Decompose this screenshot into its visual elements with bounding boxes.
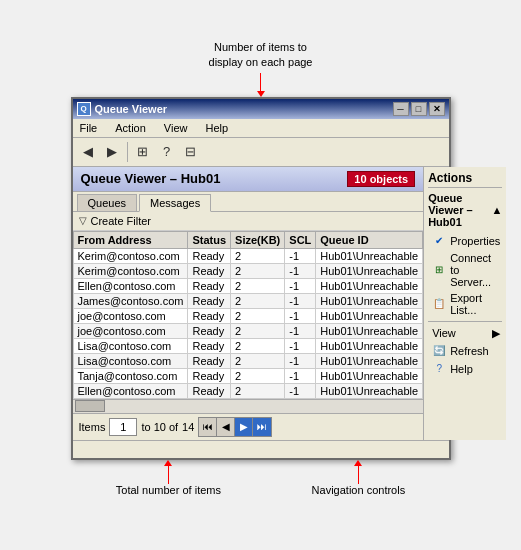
export-icon: 📋 bbox=[432, 297, 446, 311]
cell-2-2: 2 bbox=[231, 278, 285, 293]
page-input[interactable] bbox=[109, 418, 137, 436]
statusbar bbox=[73, 440, 449, 458]
action-help[interactable]: ? Help bbox=[428, 360, 502, 378]
close-button[interactable]: ✕ bbox=[429, 102, 445, 116]
titlebar-controls[interactable]: ─ □ ✕ bbox=[393, 102, 445, 116]
filter-label[interactable]: Create Filter bbox=[91, 215, 152, 227]
col-queue[interactable]: Queue ID bbox=[316, 231, 423, 248]
table-row[interactable]: Tanja@contoso.comReady2-1Hub01\Unreachab… bbox=[73, 368, 423, 383]
cell-5-1: Ready bbox=[188, 323, 231, 338]
section-arrow-icon: ▲ bbox=[491, 204, 502, 216]
table-row[interactable]: Ellen@contoso.comReady2-1Hub01\Unreachab… bbox=[73, 383, 423, 398]
toolbar-grid[interactable]: ⊞ bbox=[132, 141, 154, 163]
cell-1-4: Hub01\Unreachable bbox=[316, 263, 423, 278]
action-refresh[interactable]: 🔄 Refresh bbox=[428, 342, 502, 360]
cell-5-4: Hub01\Unreachable bbox=[316, 323, 423, 338]
toolbar-sep1 bbox=[127, 142, 128, 162]
cell-8-0: Tanja@contoso.com bbox=[73, 368, 188, 383]
menu-file[interactable]: File bbox=[77, 121, 101, 135]
cell-1-3: -1 bbox=[285, 263, 316, 278]
cell-7-0: Lisa@contoso.com bbox=[73, 353, 188, 368]
table-row[interactable]: Kerim@contoso.comReady2-1Hub01\Unreachab… bbox=[73, 263, 423, 278]
action-export[interactable]: 📋 Export List... bbox=[428, 290, 502, 318]
cell-2-3: -1 bbox=[285, 278, 316, 293]
table-row[interactable]: Lisa@contoso.comReady2-1Hub01\Unreachabl… bbox=[73, 338, 423, 353]
col-status[interactable]: Status bbox=[188, 231, 231, 248]
col-scl[interactable]: SCL bbox=[285, 231, 316, 248]
cell-4-4: Hub01\Unreachable bbox=[316, 308, 423, 323]
nav-last[interactable]: ⏭ bbox=[253, 418, 271, 436]
nav-next[interactable]: ▶ bbox=[235, 418, 253, 436]
arrow-line-top bbox=[260, 73, 261, 91]
toolbar: ◀ ▶ ⊞ ? ⊟ bbox=[73, 138, 449, 167]
window-title: Queue Viewer bbox=[95, 103, 168, 115]
properties-icon: ✔ bbox=[432, 234, 446, 248]
bottom-label-right: Navigation controls bbox=[312, 484, 406, 496]
table-row[interactable]: James@contoso.comReady2-1Hub01\Unreachab… bbox=[73, 293, 423, 308]
page-wrapper: Number of items to display on each page … bbox=[71, 40, 451, 496]
cell-6-0: Lisa@contoso.com bbox=[73, 338, 188, 353]
nav-prev[interactable]: ◀ bbox=[217, 418, 235, 436]
items-label: Items bbox=[79, 421, 106, 433]
actions-title: Actions bbox=[428, 171, 502, 188]
cell-0-4: Hub01\Unreachable bbox=[316, 248, 423, 263]
scrollbar-thumb[interactable] bbox=[75, 400, 105, 412]
table-row[interactable]: Ellen@contoso.comReady2-1Hub01\Unreachab… bbox=[73, 278, 423, 293]
toolbar-minus[interactable]: ⊟ bbox=[180, 141, 202, 163]
pagination: Items to 10 of 14 ⏮ ◀ ▶ ⏭ bbox=[73, 413, 424, 440]
toolbar-back[interactable]: ◀ bbox=[77, 141, 99, 163]
table-row[interactable]: joe@contoso.comReady2-1Hub01\Unreachable bbox=[73, 323, 423, 338]
cell-2-1: Ready bbox=[188, 278, 231, 293]
bottom-arrow-left: Total number of items bbox=[116, 460, 221, 496]
titlebar: Q Queue Viewer ─ □ ✕ bbox=[73, 99, 449, 119]
action-view[interactable]: View ▶ bbox=[428, 325, 502, 342]
app-icon: Q bbox=[77, 102, 91, 116]
right-panel: Actions Queue Viewer – Hub01 ▲ ✔ Propert… bbox=[424, 167, 506, 440]
table-row[interactable]: joe@contoso.comReady2-1Hub01\Unreachable bbox=[73, 308, 423, 323]
cell-3-1: Ready bbox=[188, 293, 231, 308]
bottom-arrow-right: Navigation controls bbox=[312, 460, 406, 496]
main-window: Q Queue Viewer ─ □ ✕ File Action View He… bbox=[71, 97, 451, 460]
action-connect[interactable]: ⊞ Connect to Server... bbox=[428, 250, 502, 290]
action-properties[interactable]: ✔ Properties bbox=[428, 232, 502, 250]
top-annotation: Number of items to display on each page bbox=[209, 40, 313, 71]
cell-8-1: Ready bbox=[188, 368, 231, 383]
connect-icon: ⊞ bbox=[432, 263, 446, 277]
cell-5-2: 2 bbox=[231, 323, 285, 338]
horizontal-scrollbar[interactable] bbox=[73, 399, 424, 413]
cell-6-3: -1 bbox=[285, 338, 316, 353]
col-from[interactable]: From Address bbox=[73, 231, 188, 248]
range-text: to 10 of bbox=[141, 421, 178, 433]
toolbar-help[interactable]: ? bbox=[156, 141, 178, 163]
cell-0-2: 2 bbox=[231, 248, 285, 263]
menu-view[interactable]: View bbox=[161, 121, 191, 135]
toolbar-forward[interactable]: ▶ bbox=[101, 141, 123, 163]
table-row[interactable]: Kerim@contoso.comReady2-1Hub01\Unreachab… bbox=[73, 248, 423, 263]
cell-8-3: -1 bbox=[285, 368, 316, 383]
nav-first[interactable]: ⏮ bbox=[199, 418, 217, 436]
menu-action[interactable]: Action bbox=[112, 121, 149, 135]
cell-1-0: Kerim@contoso.com bbox=[73, 263, 188, 278]
cell-2-4: Hub01\Unreachable bbox=[316, 278, 423, 293]
cell-7-3: -1 bbox=[285, 353, 316, 368]
cell-3-2: 2 bbox=[231, 293, 285, 308]
tab-queues[interactable]: Queues bbox=[77, 194, 138, 211]
arrow-line-right bbox=[358, 466, 359, 484]
cell-6-1: Ready bbox=[188, 338, 231, 353]
cell-8-2: 2 bbox=[231, 368, 285, 383]
col-size[interactable]: Size(KB) bbox=[231, 231, 285, 248]
cell-5-3: -1 bbox=[285, 323, 316, 338]
cell-4-1: Ready bbox=[188, 308, 231, 323]
cell-3-0: James@contoso.com bbox=[73, 293, 188, 308]
cell-7-4: Hub01\Unreachable bbox=[316, 353, 423, 368]
nav-controls: ⏮ ◀ ▶ ⏭ bbox=[198, 417, 272, 437]
menu-help[interactable]: Help bbox=[202, 121, 231, 135]
minimize-button[interactable]: ─ bbox=[393, 102, 409, 116]
tab-messages[interactable]: Messages bbox=[139, 194, 211, 212]
cell-0-1: Ready bbox=[188, 248, 231, 263]
maximize-button[interactable]: □ bbox=[411, 102, 427, 116]
cell-9-1: Ready bbox=[188, 383, 231, 398]
table-row[interactable]: Lisa@contoso.comReady2-1Hub01\Unreachabl… bbox=[73, 353, 423, 368]
cell-4-3: -1 bbox=[285, 308, 316, 323]
titlebar-left: Q Queue Viewer bbox=[77, 102, 168, 116]
